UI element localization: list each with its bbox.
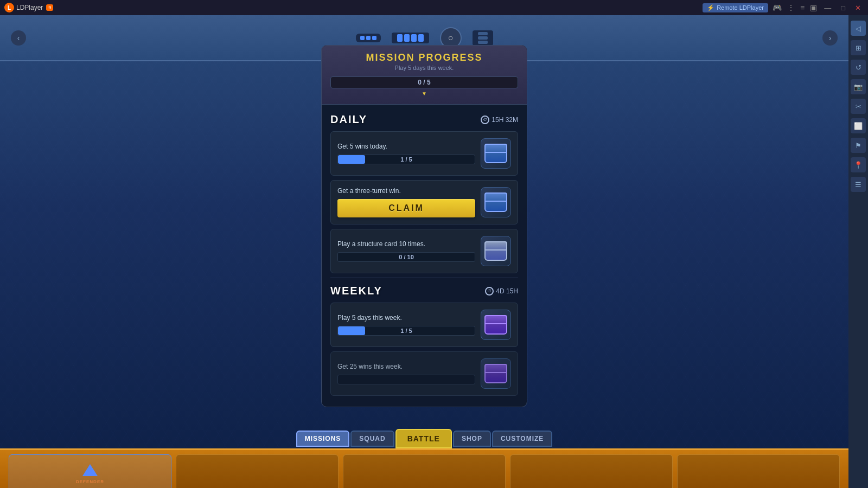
- daily-mission-1-left: Get 5 wins today. 1 / 5: [337, 143, 475, 164]
- tab-shop[interactable]: SHOP: [453, 431, 491, 447]
- daily-mission-3-text: 0 / 10: [399, 254, 414, 260]
- bottom-slot-1[interactable]: DEFENDER: [9, 454, 171, 489]
- minimize-button[interactable]: —: [821, 4, 834, 12]
- battery-seg-2: [404, 34, 410, 42]
- daily-mission-2-left: Get a three-turret win. CLAIM: [337, 187, 475, 217]
- weekly-mission-2-left: Get 25 wins this week.: [337, 363, 475, 384]
- section-divider: [330, 278, 518, 278]
- topbar-dots: [360, 36, 376, 40]
- daily-mission-3-reward: [481, 236, 511, 266]
- bottom-bar: DEFENDER: [0, 448, 848, 488]
- titlebar: L LDPlayer 9 ⚡ Remote LDPlayer 🎮 ⋮ ≡ ▣ —…: [0, 0, 868, 15]
- daily-timer-icon: ⏱: [481, 115, 489, 124]
- daily-mission-1-fill: [338, 155, 365, 164]
- mission-progress-indicator: [330, 88, 518, 98]
- weekly-mission-1-left: Play 5 days this week. 1 / 5: [337, 314, 475, 336]
- dot-1: [360, 36, 365, 40]
- sidebar-location-btn[interactable]: 📍: [851, 157, 866, 172]
- settings-icon[interactable]: ⋮: [787, 3, 795, 12]
- battery-seg-1: [397, 34, 403, 42]
- game-area: ‹ ○ ›: [0, 15, 848, 488]
- weekly-mission-2-reward: [481, 358, 511, 389]
- bottom-slot-2[interactable]: [176, 454, 339, 489]
- daily-mission-2: Get a three-turret win. CLAIM: [330, 180, 518, 224]
- topbar-left-btn[interactable]: ‹: [11, 30, 26, 46]
- slot-1-label: DEFENDER: [76, 479, 104, 484]
- sidebar-menu-btn[interactable]: ☰: [851, 177, 866, 192]
- bottom-tabs: MISSIONS SQUAD BATTLE SHOP CUSTOMIZE: [0, 426, 848, 448]
- daily-timer: ⏱ 15H 32M: [481, 115, 518, 124]
- daily-mission-3-progress-bar: 0 / 10: [337, 252, 475, 262]
- app-name: LDPlayer: [16, 4, 43, 11]
- daily-title: DAILY: [330, 113, 367, 126]
- weekly-section-header: WEEKLY ⏱ 4D 15H: [330, 285, 518, 297]
- sidebar-monitor-btn[interactable]: ⬜: [851, 118, 866, 133]
- right-sidebar: ◁ ⊞ ↺ 📷 ✂ ⬜ ⚑ 📍 ☰: [848, 15, 868, 488]
- weekly-mission-1-fill: [338, 326, 365, 335]
- daily-timer-text: 15H 32M: [492, 116, 518, 124]
- daily-mission-1-progress-bar: 1 / 5: [337, 155, 475, 164]
- version-badge: 9: [46, 4, 53, 11]
- daily-section-header: DAILY ⏱ 15H 32M: [330, 113, 518, 126]
- topbar-right-btn[interactable]: ›: [822, 30, 838, 46]
- remote-button[interactable]: ⚡ Remote LDPlayer: [703, 3, 768, 12]
- topbar-battery: [392, 33, 429, 43]
- topbar-dots-block: [356, 34, 381, 42]
- sidebar-expand-btn[interactable]: ◁: [851, 21, 866, 36]
- weekly-timer-text: 4D 15H: [496, 287, 518, 295]
- dot-3: [372, 36, 376, 40]
- daily-mission-3: Play a structure card 10 times. 0 / 10: [330, 229, 518, 273]
- battery-seg-3: [411, 34, 417, 42]
- weekly-mission-2-progress-bar: [337, 375, 475, 384]
- bottom-slot-3[interactable]: [343, 454, 506, 489]
- daily-mission-1-desc: Get 5 wins today.: [337, 143, 475, 150]
- mission-panel: MISSION PROGRESS Play 5 days this week. …: [321, 45, 527, 407]
- close-button[interactable]: ✕: [852, 4, 864, 12]
- mission-progress-text: 0 / 5: [418, 79, 430, 86]
- weekly-mission-1-reward: [481, 310, 511, 340]
- sidebar-flag-btn[interactable]: ⚑: [851, 138, 866, 153]
- sidebar-grid-btn[interactable]: ⊞: [851, 40, 866, 55]
- bottom-nav: MISSIONS SQUAD BATTLE SHOP CUSTOMIZE DEF…: [0, 426, 848, 488]
- tab-missions[interactable]: MISSIONS: [296, 431, 350, 447]
- daily-mission-3-desc: Play a structure card 10 times.: [337, 240, 475, 248]
- mission-progress-bar: 0 / 5: [330, 76, 518, 88]
- sidebar-refresh-btn[interactable]: ↺: [851, 60, 866, 75]
- weekly-timer: ⏱ 4D 15H: [485, 287, 518, 296]
- weekly-mission-1: Play 5 days this week. 1 / 5: [330, 303, 518, 347]
- weekly-mission-1-text: 1 / 5: [400, 328, 412, 334]
- tab-battle[interactable]: BATTLE: [395, 429, 452, 448]
- daily-mission-3-left: Play a structure card 10 times. 0 / 10: [337, 240, 475, 262]
- weekly-mission-2-desc: Get 25 wins this week.: [337, 363, 475, 370]
- slot-1-icon: [82, 462, 98, 478]
- sidebar-camera-btn[interactable]: 📷: [851, 79, 866, 94]
- gamepad-icon[interactable]: 🎮: [773, 3, 782, 12]
- mission-body[interactable]: DAILY ⏱ 15H 32M Get 5 wins today. 1 / 5: [322, 105, 527, 407]
- purple-chest-icon-1: [484, 315, 507, 335]
- tab-squad[interactable]: SQUAD: [350, 431, 394, 447]
- claim-button[interactable]: CLAIM: [337, 199, 475, 217]
- triangle-icon: [82, 464, 98, 476]
- tab-customize[interactable]: CUSTOMIZE: [492, 431, 552, 447]
- weekly-mission-1-progress-bar: 1 / 5: [337, 326, 475, 336]
- bottom-slot-5[interactable]: [677, 454, 840, 489]
- daily-mission-2-reward: [481, 187, 511, 217]
- weekly-mission-2: Get 25 wins this week.: [330, 351, 518, 396]
- logo-icon: L: [4, 3, 14, 12]
- weekly-mission-1-desc: Play 5 days this week.: [337, 314, 475, 322]
- bottom-slot-4[interactable]: [510, 454, 673, 489]
- dot-2: [366, 36, 371, 40]
- titlebar-icons: 🎮 ⋮ ≡ ▣: [773, 3, 817, 12]
- purple-chest-icon-2: [484, 364, 507, 383]
- screen-icon[interactable]: ▣: [810, 3, 817, 12]
- maximize-button[interactable]: □: [838, 4, 848, 12]
- titlebar-right: ⚡ Remote LDPlayer 🎮 ⋮ ≡ ▣ — □ ✕: [703, 3, 864, 12]
- sidebar-scissors-btn[interactable]: ✂: [851, 99, 866, 114]
- weekly-timer-icon: ⏱: [485, 287, 494, 296]
- silver-chest-icon: [484, 241, 507, 261]
- battery-seg-4: [418, 34, 424, 42]
- daily-mission-2-desc: Get a three-turret win.: [337, 187, 475, 195]
- menu-dots-icon[interactable]: ≡: [800, 3, 805, 12]
- daily-mission-1: Get 5 wins today. 1 / 5: [330, 131, 518, 176]
- weekly-title: WEEKLY: [330, 285, 382, 297]
